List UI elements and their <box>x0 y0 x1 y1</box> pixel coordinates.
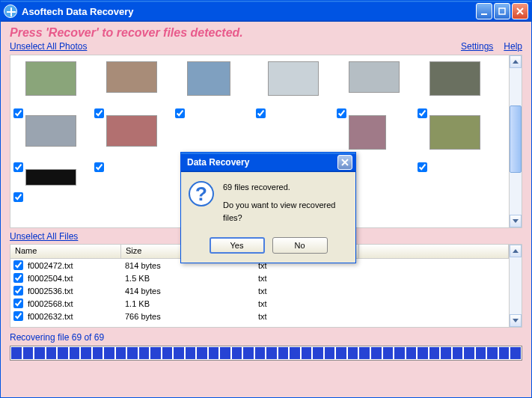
file-scroll-down[interactable] <box>510 314 522 327</box>
no-button[interactable]: No <box>272 237 328 254</box>
close-button[interactable] <box>512 3 528 19</box>
scroll-track[interactable] <box>510 68 522 215</box>
file-name-cell: f0002504.txt <box>26 274 123 283</box>
yes-button[interactable]: Yes <box>210 237 265 254</box>
progress-segment <box>383 347 394 359</box>
file-size-cell: 414 bytes <box>123 287 257 296</box>
photo-thumb[interactable] <box>187 61 230 96</box>
photo-thumb[interactable] <box>429 115 480 150</box>
progress-segment <box>394 347 405 359</box>
file-checkbox[interactable] <box>13 273 23 283</box>
progress-segment <box>174 347 184 359</box>
photo-thumb[interactable] <box>25 61 76 96</box>
progress-segment <box>453 347 463 359</box>
dialog-message: 69 files recovered. Do you want to view … <box>223 181 348 225</box>
col-header-spacer <box>359 245 509 258</box>
file-checkbox[interactable] <box>13 311 23 321</box>
photo-scrollbar[interactable] <box>509 55 522 227</box>
progress-segment <box>58 347 68 359</box>
progress-segment <box>127 347 138 359</box>
progress-segment <box>220 347 230 359</box>
file-checkbox[interactable] <box>13 260 23 270</box>
file-row[interactable]: f0002632.txt766 bytestxt <box>10 310 509 322</box>
unselect-all-photos-link[interactable]: Unselect All Photos <box>10 41 87 52</box>
window-title: Asoftech Data Recovery <box>22 6 134 17</box>
progress-segment <box>499 347 510 359</box>
file-scrollbar[interactable] <box>509 245 522 327</box>
progress-segment <box>70 347 80 359</box>
photo-thumb[interactable] <box>349 115 386 150</box>
scroll-thumb[interactable] <box>510 105 522 173</box>
photo-thumb-wrap <box>12 169 93 193</box>
file-row[interactable]: f0002504.txt1.5 KBtxt <box>10 272 509 284</box>
scroll-up-arrow[interactable] <box>510 55 522 68</box>
photo-thumb[interactable] <box>268 61 319 96</box>
progress-segment <box>371 347 382 359</box>
progress-segment <box>464 347 474 359</box>
progress-segment <box>197 347 207 359</box>
photo-thumb[interactable] <box>349 61 400 93</box>
file-row[interactable]: f0002536.txt414 bytestxt <box>10 284 509 297</box>
progress-segment <box>429 347 440 359</box>
progress-segment <box>359 347 370 359</box>
svg-rect-0 <box>481 13 487 15</box>
progress-segment <box>139 347 150 359</box>
instruction-text: Press 'Recover' to recover files detecte… <box>10 26 522 40</box>
svg-rect-1 <box>499 8 505 14</box>
photo-thumb-wrap <box>93 61 174 109</box>
photo-thumb[interactable] <box>429 61 480 96</box>
minimize-button[interactable] <box>476 3 492 19</box>
progress-segment <box>232 347 242 359</box>
progress-segment <box>116 347 126 359</box>
progress-segment <box>406 347 417 359</box>
progress-segment <box>34 347 45 359</box>
progress-segment <box>302 347 312 359</box>
photo-checkbox[interactable] <box>256 108 266 118</box>
progress-segment <box>266 347 277 359</box>
photo-thumb-wrap <box>254 61 335 109</box>
photo-checkbox[interactable] <box>13 192 23 202</box>
progress-segment <box>348 347 358 359</box>
file-name-cell: f0002568.txt <box>26 299 123 308</box>
progress-segment <box>81 347 91 359</box>
progress-segment <box>23 347 34 359</box>
photo-thumb-wrap <box>12 61 93 109</box>
progress-segment <box>510 347 521 359</box>
dialog-close-button[interactable] <box>337 155 352 170</box>
file-scroll-up[interactable] <box>510 245 522 257</box>
progress-segment <box>336 347 346 359</box>
file-scroll-track[interactable] <box>510 257 522 314</box>
file-ext-cell: txt <box>257 312 361 321</box>
photo-thumb[interactable] <box>25 169 76 186</box>
file-checkbox[interactable] <box>13 286 23 296</box>
photo-thumb[interactable] <box>25 115 76 147</box>
file-row[interactable]: f0002568.txt1.1 KBtxt <box>10 297 509 310</box>
col-header-name[interactable]: Name <box>10 245 121 258</box>
progress-segment <box>313 347 323 359</box>
help-link[interactable]: Help <box>504 41 522 52</box>
progress-segment <box>325 347 335 359</box>
photo-thumb-wrap <box>93 115 174 163</box>
progress-segment <box>441 347 451 359</box>
progress-segment <box>418 347 428 359</box>
progress-segment <box>93 347 103 359</box>
progress-segment <box>186 347 196 359</box>
file-checkbox[interactable] <box>13 298 23 308</box>
photo-checkbox[interactable] <box>418 162 427 172</box>
progress-segment <box>476 347 486 359</box>
photo-thumb[interactable] <box>106 61 157 93</box>
photo-checkbox[interactable] <box>94 162 104 172</box>
progress-segment <box>46 347 57 359</box>
progress-segment <box>104 347 114 359</box>
question-icon: ? <box>189 181 214 206</box>
maximize-button[interactable] <box>494 3 510 19</box>
photo-thumb[interactable] <box>106 115 157 147</box>
scroll-down-arrow[interactable] <box>510 215 522 227</box>
settings-link[interactable]: Settings <box>461 41 493 52</box>
dialog-line2: Do you want to view recovered files? <box>223 199 348 225</box>
file-size-cell: 766 bytes <box>123 312 257 321</box>
status-text: Recovering file 69 of 69 <box>10 332 522 343</box>
photo-checkbox[interactable] <box>175 108 185 118</box>
progress-segment <box>209 347 219 359</box>
progress-segment <box>243 347 254 359</box>
